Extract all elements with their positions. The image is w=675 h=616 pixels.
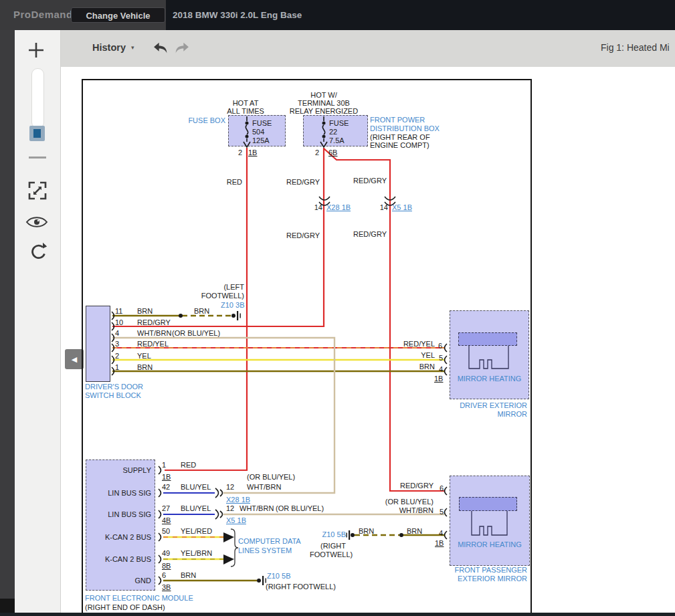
module-pin-50: 50 (162, 527, 170, 535)
z10-5b-link-gnd[interactable]: Z10 5B (267, 572, 290, 580)
dm-connector-1b-link[interactable]: 1B (434, 375, 443, 383)
dm-pin-5: 5 (439, 354, 443, 362)
x28-1b-link[interactable]: X28 1B (326, 203, 351, 211)
hot-at-label: HOT AT (221, 99, 270, 107)
door-wire-1: BRN (137, 363, 153, 371)
x5-1b-link-2[interactable]: X5 1B (226, 516, 246, 524)
module-wire-red: RED (181, 461, 196, 469)
passenger-mirror-heater-element (459, 497, 517, 511)
front-power-label: FRONT POWER (370, 116, 425, 124)
zoom-slider-track[interactable] (31, 68, 44, 128)
module-conn-4b-link[interactable]: 4B (162, 516, 171, 524)
module-conn-8b-link[interactable]: 8B (162, 562, 171, 570)
dm-pin-4: 4 (439, 365, 443, 373)
z10-3b-link[interactable]: Z10 3B (221, 301, 244, 309)
collapse-panel-tab[interactable]: ◀ (65, 349, 84, 369)
history-dropdown[interactable]: History (92, 42, 126, 53)
row42-whtbrn-label: WHT/BRN (247, 483, 281, 491)
engine-compt-label: ENGINE COMPT) (370, 141, 429, 149)
undo-icon[interactable] (151, 39, 170, 58)
zoom-out-icon[interactable] (29, 157, 46, 159)
pm-pin-5: 5 (440, 508, 444, 516)
redo-icon[interactable] (173, 39, 191, 58)
terminal-30b-label: TERMINAL 30B (284, 99, 364, 107)
door-wire-4-alt: (OR BLU/YEL) (172, 329, 220, 337)
refresh-icon[interactable] (27, 241, 47, 263)
dm-wire-6: RED/YEL (403, 340, 435, 348)
prodemand-app: ProDemand Change Vehicle 2018 BMW 330i 2… (0, 0, 675, 616)
brn-dashed-label: BRN (194, 307, 209, 315)
zoom-in-icon[interactable] (27, 41, 45, 60)
module-label-kcan1: K-CAN 2 BUS (86, 533, 151, 541)
x5-cpin-12: 12 (226, 504, 234, 512)
redgry-label-a2: RED/GRY (286, 231, 320, 239)
module-pin-42: 42 (162, 483, 170, 491)
door-wire-4: WHT/BRN (137, 329, 171, 337)
eye-icon[interactable] (25, 214, 48, 230)
dm-wire-4: BRN (419, 363, 435, 371)
module-conn-1b-link[interactable]: 1B (162, 473, 171, 481)
module-wire-bluyel-1: BLU/YEL (181, 483, 211, 491)
x28-1b-link-2[interactable]: X28 1B (226, 496, 250, 504)
door-pin-11: 11 (115, 307, 122, 315)
distribution-box-label: DISTRIBUTION BOX (370, 124, 440, 132)
drivers-door-switch-block-box (86, 306, 110, 382)
dm-wire-5: YEL (421, 351, 435, 359)
module-wire-yelred: YEL/RED (181, 527, 212, 535)
module-pin-27: 27 (162, 504, 170, 512)
pm-redgry-label: RED/GRY (400, 482, 433, 490)
door-wire-10: RED/GRY (137, 318, 171, 326)
dm-pin-6: 6 (438, 342, 442, 350)
fuse-rating-right: 7.5A (329, 136, 345, 144)
module-wire-bluyel-2: BLU/YEL (181, 504, 211, 512)
pm-pin-6: 6 (440, 484, 444, 492)
viewer-toolbar: History ▾ (60, 30, 675, 67)
row42-alt-label: (OR BLU/YEL) (247, 473, 295, 481)
left-edge-column (0, 30, 15, 616)
chevron-down-icon[interactable]: ▾ (131, 44, 134, 51)
module-label-kcan2: K-CAN 2 BUS (86, 555, 151, 563)
left-footwell-label-2: FOOTWELL) (201, 292, 244, 300)
pm-whtbrn-label: WHT/BRN (399, 506, 433, 514)
right-footwell-gnd-label: (RIGHT FOOTWELL) (266, 583, 336, 591)
module-conn-3b-link[interactable]: 3B (162, 583, 171, 591)
passenger-mirror-box (450, 476, 530, 566)
change-vehicle-button[interactable]: Change Vehicle (71, 7, 165, 23)
fuse-rating-left: 125A (252, 136, 270, 144)
passenger-mirror-name-2: EXTERIOR MIRROR (458, 575, 527, 583)
front-electronic-module-box (86, 459, 155, 591)
connector-1b-link[interactable]: 1B (248, 148, 257, 157)
pm-heating-label: MIRROR HEATING (450, 540, 530, 548)
door-wire-2: YEL (137, 352, 151, 360)
z10-5b-link-pass[interactable]: Z10 5B (322, 530, 346, 538)
fuse-box-label: FUSE BOX (188, 116, 225, 124)
door-block-name-2: SWITCH BLOCK (85, 391, 141, 399)
passenger-mirror-name-1: FRONT PASSENGER (455, 566, 527, 574)
dm-heating-label: MIRROR HEATING (450, 375, 529, 383)
module-pin-6: 6 (162, 571, 166, 579)
module-name-2: (RIGHT END OF DASH) (85, 603, 165, 611)
fuse-number-left: 504 (252, 128, 264, 136)
x5-pin-number: 14 (380, 203, 388, 211)
door-pin-10: 10 (115, 318, 123, 326)
zoom-slider-handle[interactable] (29, 126, 45, 141)
driver-mirror-box (450, 310, 529, 399)
fuse-word-right: FUSE (329, 119, 349, 127)
fullscreen-icon[interactable] (27, 180, 48, 201)
pm-pin-4: 4 (439, 529, 443, 537)
x28-cpin-12: 12 (226, 483, 234, 491)
lines-system-label: LINES SYSTEM (238, 546, 292, 554)
module-wire-yelbrn: YEL/BRN (181, 549, 212, 557)
module-pin-49: 49 (162, 549, 170, 557)
module-label-lin2: LIN BUS SIG (86, 510, 151, 518)
right-footwell-pass-1: (RIGHT (320, 542, 346, 550)
window-bottom-edge (0, 613, 675, 616)
row27-alt-label: (OR BLU/YEL) (276, 504, 324, 512)
x5-1b-link[interactable]: X5 1B (392, 203, 412, 211)
right-footwell-pass-2: FOOTWELL) (310, 550, 353, 558)
terminal-right: 2 (315, 148, 319, 157)
door-pin-1: 1 (115, 363, 119, 371)
connector-6b-link[interactable]: 6B (328, 148, 337, 157)
pm-connector-1b-link[interactable]: 1B (435, 539, 444, 547)
all-times-label: ALL TIMES (221, 107, 270, 115)
